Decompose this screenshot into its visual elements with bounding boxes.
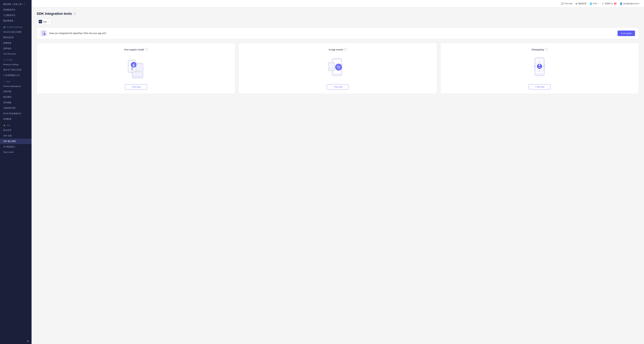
sidebar-section-roi: $ ROI360 xyxy=(0,57,32,62)
banner-text: Have you integrated the AppsFlyer SDK in… xyxy=(49,32,106,34)
retargeting-card: Retargeting ? xyxy=(440,43,639,94)
svg-rect-9 xyxy=(133,71,142,72)
go-to-guide-button[interactable]: Go to guide xyxy=(618,30,635,36)
sidebar-item-authorized-agents[interactable]: 已授权的代理 xyxy=(0,105,32,111)
sidebar-item-partner-marketplace[interactable]: Partner Marketplace xyxy=(0,84,32,89)
phone-check-icon xyxy=(42,31,46,35)
svg-rect-20 xyxy=(330,68,334,68)
non-organic-title: Non-organic install ? xyxy=(124,48,148,51)
retargeting-illustration xyxy=(529,55,550,80)
svg-point-16 xyxy=(338,68,338,68)
svg-rect-21 xyxy=(330,69,333,69)
main-area: 💬 The Hub ⊞ 我的应用 🌐 中文 ▾ 🛡 资源中心 4 👤 liron… xyxy=(32,0,644,344)
retargeting-run-test-button[interactable]: > Run test xyxy=(528,84,550,89)
plug-icon: ⚡ xyxy=(3,124,6,127)
sidebar-item-raw-data-export[interactable]: 原始数据导出 xyxy=(0,7,32,12)
hub-button[interactable]: 💬 The Hub xyxy=(561,2,572,5)
test-cards-grid: Non-organic install ? xyxy=(36,43,639,94)
sidebar-item-aggregate-data-export[interactable]: 汇总数据导出 xyxy=(0,12,32,18)
sidebar-item-ad-spend-upload[interactable]: 广告消耗数据上传 xyxy=(0,73,32,78)
sidebar-item-sdk-integration-test[interactable]: SDK 接入测试 xyxy=(0,139,32,144)
sidebar-item-data-locker[interactable]: Data Locker xyxy=(0,150,32,155)
in-app-help-icon[interactable]: ? xyxy=(344,48,347,51)
topbar: 💬 The Hub ⊞ 我的应用 🌐 中文 ▾ 🛡 资源中心 4 👤 liron… xyxy=(32,0,644,7)
sidebar-item-data-clean-room[interactable]: 数据净室（全新上线！） xyxy=(0,1,32,7)
hub-icon: 💬 xyxy=(561,2,564,5)
resource-center-badge: 4 xyxy=(614,2,617,4)
user-icon: 👤 xyxy=(620,2,622,5)
retargeting-svg xyxy=(529,55,550,80)
in-app-svg xyxy=(328,55,348,80)
banner-left: Have you integrated the AppsFlyer SDK in… xyxy=(40,30,106,36)
dollar-icon: $ xyxy=(3,59,6,61)
non-organic-install-card: Non-organic install ? xyxy=(36,43,235,94)
svg-rect-10 xyxy=(133,72,140,73)
sidebar-section-settings: ⚙ 配置 xyxy=(0,79,32,84)
svg-point-27 xyxy=(539,64,540,66)
app-selector-chevron-icon: ▾ xyxy=(48,21,49,22)
title-help-icon[interactable]: ? xyxy=(73,12,76,15)
user-menu[interactable]: 👤 lirongfu@xd.com ▾ xyxy=(620,2,640,5)
user-chevron-icon: ▾ xyxy=(640,3,640,4)
in-app-title: In-app events ? xyxy=(329,48,347,51)
sidebar: 数据净室（全新上线！） 原始数据导出 汇总数据导出 数据透视表 🔗 用户体验与深… xyxy=(0,0,32,344)
language-selector[interactable]: 🌐 中文 ▾ xyxy=(590,2,599,5)
retargeting-title: Retargeting ? xyxy=(532,48,548,51)
sidebar-item-api-data[interactable]: API 数据接口 xyxy=(0,144,32,150)
page-content: SDK Integration tests ? TDK App ▾ xyxy=(32,7,644,344)
gear-icon: ⚙ xyxy=(3,80,6,83)
collapse-sidebar-button[interactable]: ◀ xyxy=(26,340,28,343)
sidebar-item-active-integrations[interactable]: 活跃对接 xyxy=(0,89,32,94)
my-apps-button[interactable]: ⊞ 我的应用 xyxy=(576,2,586,5)
sidebar-item-sdk-info[interactable]: SDK 信息 xyxy=(0,133,32,139)
app-selector-icon: TDK xyxy=(39,20,42,23)
language-chevron-icon: ▾ xyxy=(598,3,599,4)
non-organic-svg xyxy=(126,55,146,80)
sidebar-item-brand-domain[interactable]: 品牌域名 xyxy=(0,46,32,51)
in-app-run-test-button[interactable]: > Run test xyxy=(327,84,349,89)
svg-point-15 xyxy=(335,64,342,71)
sidebar-item-real-time-alerts[interactable]: 实时提醒 xyxy=(0,100,32,105)
sidebar-section-integration: ⚡ 对接 xyxy=(0,123,32,128)
retargeting-help-icon[interactable]: ? xyxy=(545,48,548,51)
link-icon: 🔗 xyxy=(3,26,6,28)
apps-icon: ⊞ xyxy=(576,2,578,5)
sidebar-item-audience-sharing[interactable]: 受众共享 xyxy=(0,128,32,133)
sidebar-item-skan[interactable]: SKAN 转化值操作台 xyxy=(0,111,32,116)
sidebar-item-validation-rules[interactable]: 验证规则 xyxy=(0,94,32,100)
sidebar-section-ux: 🔗 用户体验与深度链接 xyxy=(0,24,32,29)
in-app-events-card: In-app events ? xyxy=(238,43,437,94)
sdk-integration-banner: Have you integrated the AppsFlyer SDK in… xyxy=(36,27,639,39)
sidebar-item-web-to-app[interactable]: 网页到应用 xyxy=(0,35,32,40)
non-organic-illustration xyxy=(126,55,146,80)
svg-point-17 xyxy=(339,68,339,68)
svg-point-12 xyxy=(131,67,133,69)
sidebar-item-revenue-settings[interactable]: Revenue Settings xyxy=(0,62,32,67)
resource-center-button[interactable]: 🛡 资源中心 4 xyxy=(602,2,617,5)
globe-icon: 🌐 xyxy=(590,2,592,5)
sidebar-item-onelink[interactable]: OneLink 自定义链接 xyxy=(0,29,32,35)
banner-icon xyxy=(40,30,47,36)
sidebar-item-bulk-links[interactable]: 批量链接 xyxy=(0,40,32,46)
non-organic-run-test-button[interactable]: > Run test xyxy=(125,84,147,89)
sidebar-item-link-discovery[interactable]: Link Discovery xyxy=(0,51,32,56)
sidebar-item-cost-ad-revenue[interactable]: 成本与广告收入状态 xyxy=(0,67,32,73)
in-app-illustration xyxy=(328,55,348,80)
svg-point-11 xyxy=(131,68,133,70)
sidebar-item-data-pivot[interactable]: 数据透视表 xyxy=(0,18,32,24)
page-title: SDK Integration tests ? xyxy=(36,12,639,16)
app-selector[interactable]: TDK App ▾ xyxy=(36,19,51,24)
sidebar-item-app-config[interactable]: 应用配置 xyxy=(0,116,32,122)
shield-icon: 🛡 xyxy=(602,2,604,5)
non-organic-help-icon[interactable]: ? xyxy=(145,48,148,51)
